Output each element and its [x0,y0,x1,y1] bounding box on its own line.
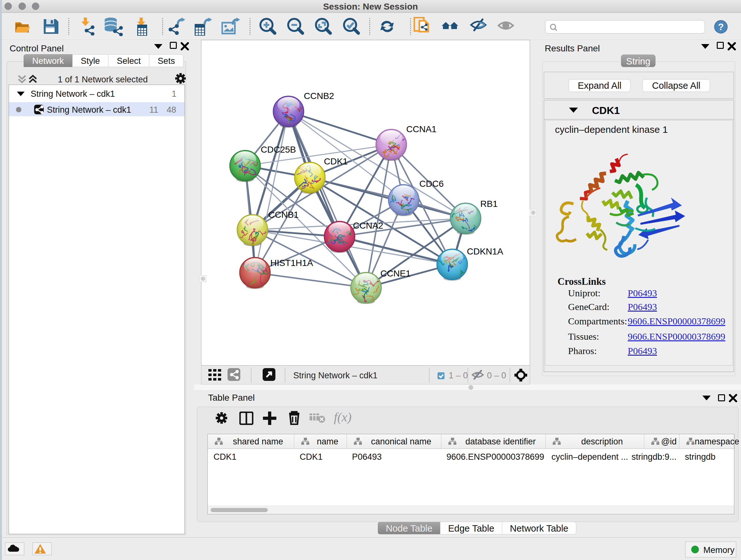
svg-text:CDKN1A: CDKN1A [467,246,503,256]
svg-text:RB1: RB1 [480,199,497,209]
svg-text:CCNB2: CCNB2 [304,91,334,101]
svg-text:CDK1: CDK1 [324,157,348,166]
svg-text:CCNE1: CCNE1 [381,268,411,278]
svg-text:CDC6: CDC6 [419,179,444,189]
svg-text:CCNB1: CCNB1 [268,210,299,220]
svg-text:?: ? [718,21,724,32]
svg-text:HIST1H1A: HIST1H1A [270,258,313,268]
svg-text:CCNA1: CCNA1 [406,124,436,134]
svg-text:CDC25B: CDC25B [261,145,296,154]
svg-text:CCNA2: CCNA2 [353,221,383,231]
